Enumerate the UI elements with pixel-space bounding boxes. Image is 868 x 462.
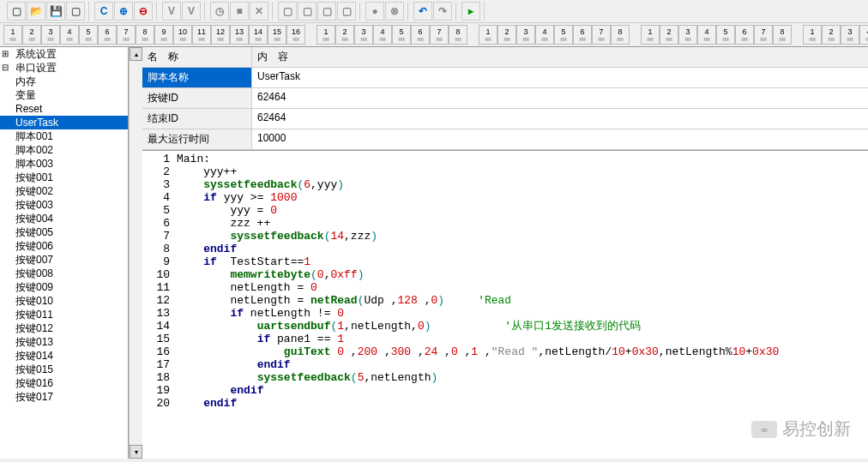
- line-code[interactable]: zzz ++: [177, 217, 868, 230]
- property-row-3[interactable]: 最大运行时间10000: [142, 129, 868, 150]
- num-btn-1-13[interactable]: 13яя: [230, 25, 249, 45]
- redo-icon[interactable]: ↷: [433, 2, 452, 21]
- num-btn-3-5[interactable]: 5яя: [554, 25, 573, 45]
- tree-item-15[interactable]: 按键007: [0, 253, 128, 267]
- tree-item-12[interactable]: 按键004: [0, 212, 128, 225]
- tree-item-14[interactable]: 按键006: [0, 239, 128, 253]
- run-icon[interactable]: ▸: [461, 2, 480, 21]
- tree-item-8[interactable]: 脚本003: [0, 157, 128, 171]
- code-line-14[interactable]: 14 uartsendbuf(1,netLength,0) '从串口1发送接收到…: [142, 320, 868, 333]
- num-btn-4-3[interactable]: 3яя: [678, 25, 697, 45]
- c-icon[interactable]: C: [94, 2, 113, 21]
- num-btn-2-8[interactable]: 8яя: [449, 25, 467, 45]
- line-code[interactable]: Main:: [177, 153, 868, 165]
- num-btn-4-6[interactable]: 6яя: [735, 25, 754, 45]
- num-btn-1-11[interactable]: 11яя: [192, 25, 211, 45]
- line-code[interactable]: endif: [177, 243, 868, 255]
- code-line-7[interactable]: 7 syssetfeedback(14,zzz): [142, 230, 868, 243]
- tree-item-4[interactable]: Reset: [0, 102, 128, 116]
- scroll-up-icon[interactable]: ▴: [130, 47, 142, 61]
- d3-icon[interactable]: ▢: [317, 2, 336, 21]
- property-row-1[interactable]: 按键ID62464: [142, 88, 868, 109]
- tree-item-1[interactable]: 串口设置: [0, 61, 128, 75]
- tree-panel[interactable]: 系统设置串口设置内存变量ResetUserTask脚本001脚本002脚本003…: [0, 47, 129, 459]
- line-code[interactable]: if netLength != 0: [177, 307, 868, 320]
- line-code[interactable]: syssetfeedback(6,yyy): [177, 178, 868, 191]
- num-btn-1-16[interactable]: 16яя: [286, 25, 305, 45]
- code-line-12[interactable]: 12 netLength = netRead(Udp ,128 ,0) 'Rea…: [142, 294, 868, 307]
- code-line-16[interactable]: 16 guiText 0 ,200 ,300 ,24 ,0 ,1 ,"Read …: [142, 345, 868, 358]
- tree-item-17[interactable]: 按键009: [0, 280, 128, 294]
- v1-icon[interactable]: V: [162, 2, 181, 21]
- num-btn-1-7[interactable]: 7яя: [117, 25, 136, 45]
- num-btn-2-3[interactable]: 3яя: [354, 25, 373, 45]
- num-btn-1-15[interactable]: 15яя: [268, 25, 286, 45]
- save-icon[interactable]: 💾: [46, 2, 65, 21]
- code-line-11[interactable]: 11 netLength = 0: [142, 281, 868, 294]
- num-btn-1-14[interactable]: 14яя: [249, 25, 268, 45]
- prop-value-2[interactable]: 62464: [252, 109, 868, 129]
- num-btn-3-6[interactable]: 6яя: [573, 25, 592, 45]
- tree-item-25[interactable]: 按键017: [0, 390, 128, 404]
- plus-icon[interactable]: ⊕: [114, 2, 133, 21]
- tree-item-0[interactable]: 系统设置: [0, 47, 128, 61]
- code-line-15[interactable]: 15 if pane1 == 1: [142, 333, 868, 345]
- tree-item-10[interactable]: 按键002: [0, 184, 128, 198]
- code-line-17[interactable]: 17 endif: [142, 358, 868, 371]
- code-line-18[interactable]: 18 syssetfeedback(5,netLength): [142, 371, 868, 384]
- num-btn-4-2[interactable]: 2яя: [660, 25, 678, 45]
- scroll-track[interactable]: [130, 61, 142, 445]
- num-btn-1-6[interactable]: 6яя: [98, 25, 117, 45]
- stop-icon[interactable]: ■: [230, 2, 249, 21]
- tree-item-19[interactable]: 按键011: [0, 308, 128, 321]
- num-btn-3-7[interactable]: 7яя: [592, 25, 611, 45]
- num-btn-1-12[interactable]: 12яя: [211, 25, 230, 45]
- code-line-10[interactable]: 10 memwritebyte(0,0xff): [142, 268, 868, 281]
- num-btn-4-1[interactable]: 1яя: [641, 25, 660, 45]
- line-code[interactable]: uartsendbuf(1,netLength,0) '从串口1发送接收到的代码: [177, 320, 868, 333]
- property-row-2[interactable]: 结束ID62464: [142, 109, 868, 129]
- num-btn-1-5[interactable]: 5яя: [79, 25, 98, 45]
- prop-value-0[interactable]: UserTask: [252, 68, 868, 87]
- line-code[interactable]: if yyy >= 1000: [177, 191, 868, 204]
- num-btn-1-8[interactable]: 8яя: [136, 25, 154, 45]
- num-btn-4-7[interactable]: 7яя: [754, 25, 773, 45]
- tree-item-3[interactable]: 变量: [0, 88, 128, 102]
- prop-value-1[interactable]: 62464: [252, 88, 868, 108]
- code-line-13[interactable]: 13 if netLength != 0: [142, 307, 868, 320]
- code-line-19[interactable]: 19 endif: [142, 384, 868, 397]
- tree-item-13[interactable]: 按键005: [0, 225, 128, 239]
- tree-item-7[interactable]: 脚本002: [0, 143, 128, 157]
- num-btn-2-1[interactable]: 1яя: [316, 25, 335, 45]
- tree-item-18[interactable]: 按键010: [0, 294, 128, 308]
- tree-item-20[interactable]: 按键012: [0, 321, 128, 335]
- num-btn-3-8[interactable]: 8яя: [611, 25, 630, 45]
- line-code[interactable]: if TestStart==1: [177, 255, 868, 268]
- num-btn-2-2[interactable]: 2яя: [335, 25, 354, 45]
- num-btn-3-1[interactable]: 1яя: [479, 25, 497, 45]
- line-code[interactable]: endif: [177, 384, 868, 397]
- tree-scrollbar[interactable]: ▴ ▾: [129, 47, 142, 459]
- code-line-2[interactable]: 2 yyy++: [142, 165, 868, 178]
- line-code[interactable]: netLength = 0: [177, 281, 868, 294]
- code-line-20[interactable]: 20 endif: [142, 397, 868, 410]
- code-editor[interactable]: 1Main:2 yyy++3 syssetfeedback(6,yyy)4 if…: [142, 151, 868, 459]
- record-icon[interactable]: ●: [365, 2, 384, 21]
- num-btn-2-5[interactable]: 5яя: [392, 25, 411, 45]
- line-code[interactable]: endif: [177, 397, 868, 410]
- line-code[interactable]: if pane1 == 1: [177, 333, 868, 345]
- tree-item-2[interactable]: 内存: [0, 75, 128, 88]
- v2-icon[interactable]: V: [182, 2, 201, 21]
- line-code[interactable]: memwritebyte(0,0xff): [177, 268, 868, 281]
- tree-item-24[interactable]: 按键016: [0, 376, 128, 390]
- num-btn-1-2[interactable]: 2яя: [22, 25, 41, 45]
- num-btn-5-3[interactable]: 3яя: [841, 25, 859, 45]
- code-line-4[interactable]: 4 if yyy >= 1000: [142, 191, 868, 204]
- tree-item-23[interactable]: 按键015: [0, 363, 128, 376]
- num-btn-3-3[interactable]: 3яя: [516, 25, 535, 45]
- num-btn-1-4[interactable]: 4яя: [60, 25, 79, 45]
- close-icon[interactable]: ✕: [250, 2, 268, 21]
- code-line-9[interactable]: 9 if TestStart==1: [142, 255, 868, 268]
- num-btn-4-8[interactable]: 8яя: [773, 25, 792, 45]
- tree-item-16[interactable]: 按键008: [0, 267, 128, 280]
